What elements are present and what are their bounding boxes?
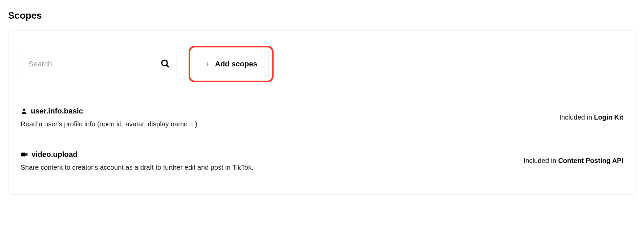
svg-point-4 bbox=[23, 109, 25, 111]
scope-description: Read a user's profile info (open id, ava… bbox=[21, 120, 546, 128]
kit-name: Content Posting API bbox=[558, 157, 623, 164]
svg-rect-5 bbox=[21, 153, 26, 157]
add-scopes-label: Add scopes bbox=[215, 60, 257, 68]
video-icon bbox=[21, 151, 28, 158]
included-prefix: Included in bbox=[523, 157, 558, 164]
add-scopes-button[interactable]: Add scopes bbox=[194, 51, 269, 77]
plus-icon bbox=[205, 61, 211, 67]
scopes-card: Add scopes user.info.basic Read a user's… bbox=[8, 30, 636, 195]
divider bbox=[21, 139, 623, 139]
scope-included-in: Included in Login Kit bbox=[559, 113, 623, 121]
search-wrapper bbox=[21, 51, 176, 77]
scope-left: video.upload Share content to creator's … bbox=[21, 150, 510, 171]
scope-description: Share content to creator's account as a … bbox=[21, 164, 510, 171]
scope-name: user.info.basic bbox=[31, 107, 83, 116]
kit-name: Login Kit bbox=[594, 113, 623, 121]
scope-included-in: Included in Content Posting API bbox=[523, 157, 623, 165]
scope-name: video.upload bbox=[31, 150, 78, 159]
scope-left: user.info.basic Read a user's profile in… bbox=[21, 107, 546, 128]
scope-row: video.upload Share content to creator's … bbox=[21, 142, 623, 180]
scope-header: user.info.basic bbox=[21, 107, 546, 116]
search-input[interactable] bbox=[21, 51, 176, 77]
toolbar: Add scopes bbox=[21, 46, 623, 82]
user-icon bbox=[21, 108, 27, 114]
add-scopes-highlight: Add scopes bbox=[189, 46, 274, 82]
included-prefix: Included in bbox=[559, 113, 594, 121]
scope-row: user.info.basic Read a user's profile in… bbox=[21, 99, 623, 136]
page-title: Scopes bbox=[8, 10, 636, 21]
scope-header: video.upload bbox=[21, 150, 510, 159]
